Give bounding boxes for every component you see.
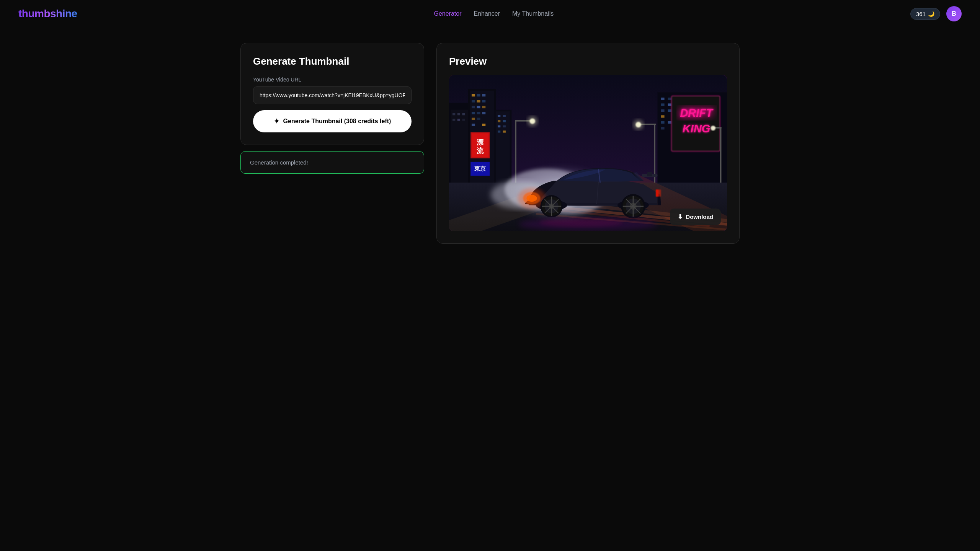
left-panel: Generate Thumbnail YouTube Video URL ✦ G… [240,43,424,244]
download-button[interactable]: ⬇ Download [670,209,721,225]
svg-rect-20 [472,112,475,114]
right-panel: Preview [436,43,740,244]
header: thumbshine Generator Enhancer My Thumbna… [0,0,980,28]
nav-enhancer[interactable]: Enhancer [474,10,500,17]
svg-rect-24 [477,118,480,120]
svg-rect-36 [503,115,506,117]
svg-rect-18 [477,106,480,108]
svg-rect-14 [472,100,475,102]
url-input[interactable] [253,86,412,104]
svg-rect-12 [477,94,480,96]
svg-rect-39 [498,126,500,127]
thumbnail-container: 漂 流 東京 [449,75,727,231]
svg-rect-7 [457,119,460,121]
svg-rect-21 [477,112,480,114]
card-title: Generate Thumbnail [253,55,412,67]
svg-rect-6 [452,119,455,121]
svg-rect-49 [668,98,671,100]
moon-icon: 🌙 [928,11,934,17]
svg-rect-74 [668,121,671,124]
svg-rect-35 [498,115,500,117]
svg-point-89 [633,119,644,130]
svg-rect-16 [482,100,485,102]
svg-rect-56 [661,103,665,106]
generate-button-label: Generate Thumbnail (308 credits left) [283,118,391,125]
header-right: 361 🌙 B [910,6,962,21]
svg-rect-86 [654,124,655,189]
svg-rect-4 [457,113,460,115]
svg-text:DRIFT: DRIFT [680,107,714,119]
svg-rect-77 [661,127,665,129]
svg-rect-90 [720,127,722,189]
avatar[interactable]: B [946,6,962,21]
svg-rect-26 [482,124,485,126]
svg-text:KING: KING [683,122,710,135]
svg-point-132 [539,218,623,227]
status-card: Generation completed! [240,151,424,174]
svg-rect-57 [668,103,671,106]
svg-rect-42 [503,130,506,132]
svg-rect-11 [472,94,475,96]
svg-text:東京: 東京 [474,165,486,172]
status-message: Generation completed! [250,159,308,166]
generate-button[interactable]: ✦ Generate Thumbnail (308 credits left) [253,110,412,132]
nav: Generator Enhancer My Thumbnails [434,10,554,17]
city-svg: 漂 流 東京 [449,75,727,231]
svg-rect-22 [482,112,485,114]
svg-rect-40 [503,126,506,127]
svg-rect-41 [498,130,500,132]
svg-rect-73 [661,121,665,124]
credits-badge[interactable]: 361 🌙 [910,8,940,20]
svg-text:流: 流 [477,147,484,155]
url-label: YouTube Video URL [253,77,412,83]
svg-rect-8 [462,119,465,121]
svg-rect-19 [482,106,485,108]
download-button-label: Download [686,214,713,220]
svg-rect-105 [647,172,652,176]
svg-rect-69 [661,115,665,117]
svg-rect-3 [452,113,455,115]
preview-title: Preview [449,55,727,67]
svg-rect-64 [661,109,665,112]
nav-generator[interactable]: Generator [434,10,461,17]
svg-point-46 [527,116,537,126]
svg-point-92 [710,126,715,130]
svg-rect-23 [472,118,475,120]
thumbnail-scene: 漂 流 東京 [449,75,727,231]
svg-rect-48 [661,98,665,100]
generate-card: Generate Thumbnail YouTube Video URL ✦ G… [240,43,424,145]
download-icon: ⬇ [678,213,683,220]
svg-rect-5 [462,113,465,115]
svg-rect-17 [472,106,475,108]
credits-count: 361 [916,11,926,17]
svg-rect-25 [472,124,475,126]
main-content: Generate Thumbnail YouTube Video URL ✦ G… [222,28,758,259]
svg-rect-38 [503,120,506,122]
preview-card: Preview [436,43,740,244]
nav-my-thumbnails[interactable]: My Thumbnails [512,10,554,17]
svg-rect-113 [656,189,661,196]
svg-rect-15 [477,100,480,102]
svg-text:漂: 漂 [477,139,484,146]
svg-rect-37 [498,120,500,122]
svg-rect-65 [668,109,671,112]
logo[interactable]: thumbshine [18,8,77,20]
sparkle-icon: ✦ [274,117,279,126]
svg-rect-13 [482,94,485,96]
